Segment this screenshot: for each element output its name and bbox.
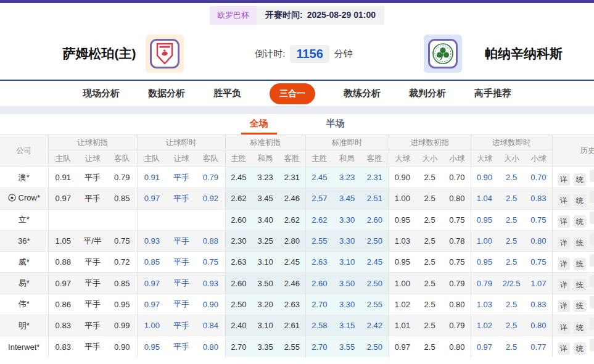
goals-live-odds-cell[interactable]: 0.83 (525, 294, 552, 315)
std-live-odds-cell[interactable]: 2.70 (305, 294, 333, 315)
std-live-odds-cell[interactable]: 2.60 (361, 209, 389, 230)
std-live-odds-cell[interactable]: 3.30 (333, 294, 361, 315)
handicap-live-odds-cell[interactable]: 0.93 (137, 230, 167, 251)
detail-button[interactable]: 详 (558, 342, 570, 355)
std-live-odds-cell[interactable]: 2.63 (305, 252, 333, 273)
detail-button[interactable]: 详 (558, 194, 570, 207)
detail-button[interactable]: 详 (558, 237, 570, 249)
subtab-full-match[interactable]: 全场 (241, 118, 277, 134)
handicap-live-odds-cell[interactable]: 0.80 (196, 336, 225, 357)
std-live-odds-cell[interactable]: 2.57 (305, 188, 333, 209)
std-live-odds-cell[interactable]: 2.58 (305, 315, 333, 336)
goals-live-odds-cell[interactable]: 0.97 (471, 336, 498, 357)
std-live-odds-cell[interactable]: 3.30 (333, 230, 361, 251)
handicap-live-odds-cell[interactable]: 平手 (167, 294, 196, 315)
handicap-live-odds-cell[interactable]: 0.95 (137, 336, 167, 357)
goals-live-odds-cell[interactable]: 1.00 (471, 230, 498, 251)
goals-live-odds-cell[interactable]: 0.80 (525, 230, 552, 251)
goals-live-odds-cell[interactable]: 0.95 (471, 252, 498, 273)
goals-live-odds-cell[interactable]: 2/2.5 (498, 273, 525, 294)
partial-action-button[interactable] (590, 170, 594, 182)
goals-live-odds-cell[interactable]: 2.5 (498, 209, 525, 230)
std-live-odds-cell[interactable]: 2.70 (305, 336, 333, 357)
std-live-odds-cell[interactable]: 2.50 (361, 336, 389, 357)
goals-live-odds-cell[interactable]: 2.5 (498, 315, 525, 336)
handicap-live-odds-cell[interactable]: 平手 (167, 273, 196, 294)
goals-live-odds-cell[interactable]: 2.5 (498, 188, 525, 209)
handicap-live-odds-cell[interactable]: 0.84 (196, 315, 225, 336)
detail-button[interactable]: 详 (558, 173, 570, 186)
std-live-odds-cell[interactable]: 3.30 (333, 209, 361, 230)
stats-button[interactable]: 统 (574, 342, 586, 355)
goals-live-odds-cell[interactable]: 2.5 (498, 252, 525, 273)
std-live-odds-cell[interactable]: 2.50 (361, 273, 389, 294)
handicap-live-odds-cell[interactable]: 平手 (167, 252, 196, 273)
std-live-odds-cell[interactable]: 2.55 (361, 294, 389, 315)
goals-live-odds-cell[interactable]: 0.90 (471, 167, 498, 188)
std-live-odds-cell[interactable]: 3.50 (333, 273, 361, 294)
tab-three-in-one[interactable]: 三合一 (270, 83, 315, 104)
partial-action-button[interactable] (590, 275, 594, 287)
std-live-odds-cell[interactable]: 3.45 (333, 188, 361, 209)
handicap-live-odds-cell[interactable]: 平手 (167, 336, 196, 357)
std-live-odds-cell[interactable]: 2.42 (361, 315, 389, 336)
std-live-odds-cell[interactable]: 3.15 (333, 315, 361, 336)
std-live-odds-cell[interactable]: 2.45 (305, 167, 333, 188)
handicap-live-odds-cell[interactable]: 0.97 (137, 273, 167, 294)
goals-live-odds-cell[interactable]: 0.75 (525, 209, 552, 230)
std-live-odds-cell[interactable]: 3.55 (333, 336, 361, 357)
goals-live-odds-cell[interactable]: 2.5 (498, 230, 525, 251)
std-live-odds-cell[interactable]: 2.55 (305, 230, 333, 251)
partial-action-button[interactable] (590, 233, 594, 246)
handicap-live-odds-cell[interactable]: 平手 (167, 188, 196, 209)
stats-button[interactable]: 统 (574, 321, 586, 334)
goals-live-odds-cell[interactable]: 1.03 (471, 294, 498, 315)
goals-live-odds-cell[interactable]: 0.75 (525, 252, 552, 273)
goals-live-odds-cell[interactable]: 1.02 (471, 315, 498, 336)
tab-win-draw-lose[interactable]: 胜平负 (213, 88, 241, 99)
std-live-odds-cell[interactable]: 2.60 (305, 273, 333, 294)
stats-button[interactable]: 统 (574, 279, 586, 291)
partial-action-button[interactable] (590, 191, 594, 203)
handicap-live-odds-cell[interactable]: 0.97 (137, 188, 167, 209)
partial-action-button[interactable] (590, 339, 594, 351)
tab-live-analysis[interactable]: 现场分析 (83, 88, 120, 99)
handicap-live-odds-cell[interactable]: 0.88 (196, 230, 225, 251)
stats-button[interactable]: 统 (574, 215, 586, 228)
goals-live-odds-cell[interactable]: 0.80 (525, 315, 552, 336)
goals-live-odds-cell[interactable]: 0.79 (471, 273, 498, 294)
tab-data-analysis[interactable]: 数据分析 (148, 88, 185, 99)
std-live-odds-cell[interactable]: 2.50 (361, 230, 389, 251)
detail-button[interactable]: 详 (558, 300, 570, 312)
detail-button[interactable]: 详 (558, 321, 570, 334)
goals-live-odds-cell[interactable]: 2.5 (498, 167, 525, 188)
std-live-odds-cell[interactable]: 2.51 (361, 188, 389, 209)
goals-live-odds-cell[interactable]: 2.5 (498, 336, 525, 357)
detail-button[interactable]: 详 (558, 258, 570, 270)
league-badge[interactable]: 欧罗巴杯 (210, 6, 257, 25)
partial-action-button[interactable] (590, 254, 594, 267)
goals-live-odds-cell[interactable]: 0.77 (525, 336, 552, 357)
detail-button[interactable]: 详 (558, 279, 570, 291)
goals-live-odds-cell[interactable]: 0.70 (525, 167, 552, 188)
subtab-half-match[interactable]: 半场 (318, 118, 353, 134)
partial-action-button[interactable] (590, 212, 594, 224)
goals-live-odds-cell[interactable]: 1.04 (471, 188, 498, 209)
std-live-odds-cell[interactable]: 2.45 (361, 252, 389, 273)
handicap-live-odds-cell[interactable]: 0.93 (196, 273, 225, 294)
std-live-odds-cell[interactable]: 3.23 (333, 167, 361, 188)
stats-button[interactable]: 统 (574, 173, 586, 186)
stats-button[interactable]: 统 (574, 300, 586, 312)
handicap-live-odds-cell[interactable]: 0.90 (196, 294, 225, 315)
goals-live-odds-cell[interactable]: 1.07 (525, 273, 552, 294)
goals-live-odds-cell[interactable]: 0.83 (525, 188, 552, 209)
partial-action-button[interactable] (590, 296, 594, 308)
detail-button[interactable]: 详 (558, 215, 570, 228)
std-live-odds-cell[interactable]: 2.62 (305, 209, 333, 230)
goals-live-odds-cell[interactable]: 0.95 (471, 209, 498, 230)
tab-coach-analysis[interactable]: 教练分析 (344, 88, 381, 99)
handicap-live-odds-cell[interactable]: 平手 (167, 167, 196, 188)
partial-action-button[interactable] (590, 318, 594, 330)
handicap-live-odds-cell[interactable]: 平手 (167, 315, 196, 336)
handicap-live-odds-cell[interactable]: 0.75 (196, 252, 225, 273)
